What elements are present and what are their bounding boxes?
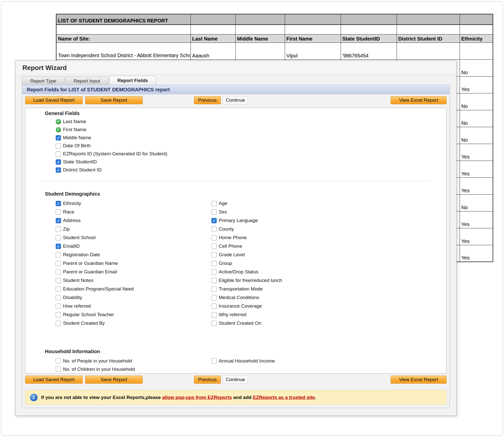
checkbox-unchecked[interactable]	[56, 312, 61, 317]
save-report-button[interactable]: Save Report	[85, 376, 143, 384]
checkbox-unchecked[interactable]	[56, 321, 61, 326]
checkbox-unchecked[interactable]	[211, 312, 217, 317]
ethnicity-cell: Yes	[460, 161, 493, 177]
checkbox-checked[interactable]: ✓	[56, 167, 61, 173]
household-information-heading: Household Information	[45, 349, 100, 354]
checkbox-unchecked[interactable]	[211, 201, 217, 206]
checkbox-unchecked[interactable]	[211, 286, 217, 292]
field-label: County	[219, 226, 234, 232]
checkbox-unchecked[interactable]	[56, 227, 61, 232]
site-cell: Town Independent School District - Abbot…	[56, 43, 191, 59]
checkbox-unchecked[interactable]	[211, 244, 217, 249]
table-header-row: Name of Site: Last Name Middle Name Firs…	[56, 34, 493, 43]
field-row: ✓Address	[56, 216, 134, 225]
tab-report-type[interactable]: Report Type	[22, 77, 65, 85]
field-row: Transportation Mode	[211, 285, 282, 293]
demographics-list-left: ✓EthnicityRace✓AddressZipStudent School✓…	[56, 199, 134, 327]
load-saved-report-button[interactable]: Load Saved Report	[25, 376, 83, 384]
checkbox-checked[interactable]: ✓	[56, 244, 61, 249]
field-row: Insurance Coverage	[211, 302, 282, 310]
field-label: Student School	[63, 235, 96, 240]
continue-button[interactable]: Continue	[223, 376, 248, 384]
field-row: Why referred	[211, 310, 282, 319]
general-fields-heading: General Fields	[45, 111, 80, 116]
field-label: State StudentID	[63, 159, 97, 165]
ethnicity-cell: No	[460, 93, 493, 110]
checkbox-unchecked[interactable]	[56, 261, 61, 266]
first-name-cell: Vipul	[285, 43, 341, 59]
trusted-site-link[interactable]: EZReports as a trusted site	[253, 395, 315, 400]
checkbox-unchecked[interactable]	[211, 304, 217, 309]
checkbox-unchecked[interactable]	[56, 304, 61, 309]
mandatory-check-icon: ✓	[56, 127, 61, 132]
checkbox-unchecked[interactable]	[211, 278, 217, 283]
ethnicity-cell: No	[460, 194, 493, 211]
view-excel-report-button[interactable]: View Excel Report	[391, 376, 447, 384]
checkbox-unchecked[interactable]	[211, 269, 217, 275]
checkbox-checked[interactable]: ✓	[211, 218, 217, 223]
field-row: Eligible for free/reduced lunch	[211, 276, 282, 285]
table-empty-row	[56, 25, 493, 34]
tab-report-input[interactable]: Report Input	[65, 77, 108, 85]
allow-popups-link[interactable]: allow pop-ups from EZReports	[162, 395, 232, 400]
field-row: ✓First Name	[56, 126, 167, 134]
col-district-student-id: District Student ID	[397, 34, 460, 43]
col-ethnicity: Ethnicity	[460, 34, 493, 43]
checkbox-unchecked[interactable]	[211, 321, 217, 326]
field-label: Student Notes	[63, 278, 93, 283]
checkbox-unchecked[interactable]	[211, 209, 217, 215]
checkbox-unchecked[interactable]	[56, 209, 61, 215]
ethnicity-cell: Yes	[460, 211, 493, 228]
checkbox-checked[interactable]: ✓	[56, 218, 61, 223]
field-row: Disability	[56, 293, 134, 302]
field-label: Student Created By	[63, 320, 105, 326]
continue-button[interactable]: Continue	[223, 96, 248, 104]
field-label: Regular School Teacher	[63, 312, 114, 317]
field-label: Group	[219, 261, 232, 266]
checkbox-unchecked[interactable]	[211, 261, 217, 266]
checkbox-checked[interactable]: ✓	[56, 135, 61, 140]
checkbox-unchecked[interactable]	[56, 286, 61, 292]
field-label: Middle Name	[63, 135, 91, 140]
view-excel-report-button[interactable]: View Excel Report	[391, 96, 447, 104]
middle-name-cell	[235, 43, 285, 59]
previous-button[interactable]: Previous	[194, 96, 221, 104]
field-row: Education Program/Special Need	[56, 285, 134, 293]
checkbox-unchecked[interactable]	[211, 358, 217, 363]
col-state-student-id: State StudentID	[341, 34, 397, 43]
save-report-button[interactable]: Save Report	[85, 96, 143, 104]
checkbox-checked[interactable]: ✓	[56, 159, 61, 165]
field-label: Transportation Mode	[219, 286, 263, 292]
checkbox-unchecked[interactable]	[56, 367, 61, 372]
load-saved-report-button[interactable]: Load Saved Report	[25, 96, 83, 104]
report-title-cell: LIST OF STUDENT DEMOGRAPHICS REPORT	[56, 14, 191, 25]
field-label: Annual Household Income	[219, 358, 275, 364]
checkbox-unchecked[interactable]	[56, 295, 61, 300]
field-row: ✓District Student ID	[56, 166, 167, 174]
checkbox-unchecked[interactable]	[211, 235, 217, 240]
field-label: Address	[63, 218, 81, 223]
field-label: Cell Phone	[219, 243, 242, 249]
field-label: Home Phone	[219, 235, 247, 240]
checkbox-unchecked[interactable]	[211, 227, 217, 232]
field-label: First Name	[63, 127, 86, 132]
checkbox-unchecked[interactable]	[56, 252, 61, 258]
checkbox-unchecked[interactable]	[56, 235, 61, 240]
ethnicity-cell: No	[460, 127, 493, 144]
field-row: Age	[211, 199, 282, 208]
checkbox-unchecked[interactable]	[56, 143, 61, 149]
field-label: Parent or Guardian Name	[63, 261, 118, 266]
checkbox-unchecked[interactable]	[211, 295, 217, 300]
checkbox-unchecked[interactable]	[211, 252, 217, 258]
checkbox-checked[interactable]: ✓	[56, 201, 61, 206]
col-last-name: Last Name	[191, 34, 235, 43]
checkbox-unchecked[interactable]	[56, 278, 61, 283]
tab-report-fields[interactable]: Report Fields	[109, 76, 156, 85]
household-list-right: Annual Household Income	[211, 357, 275, 365]
checkbox-unchecked[interactable]	[56, 151, 61, 157]
field-row: Medical Conditions	[211, 293, 282, 302]
checkbox-unchecked[interactable]	[56, 358, 61, 363]
previous-button[interactable]: Previous	[194, 376, 221, 384]
checkbox-unchecked[interactable]	[56, 269, 61, 275]
toolbar-bottom: Load Saved Report Save Report Previous C…	[25, 376, 447, 384]
